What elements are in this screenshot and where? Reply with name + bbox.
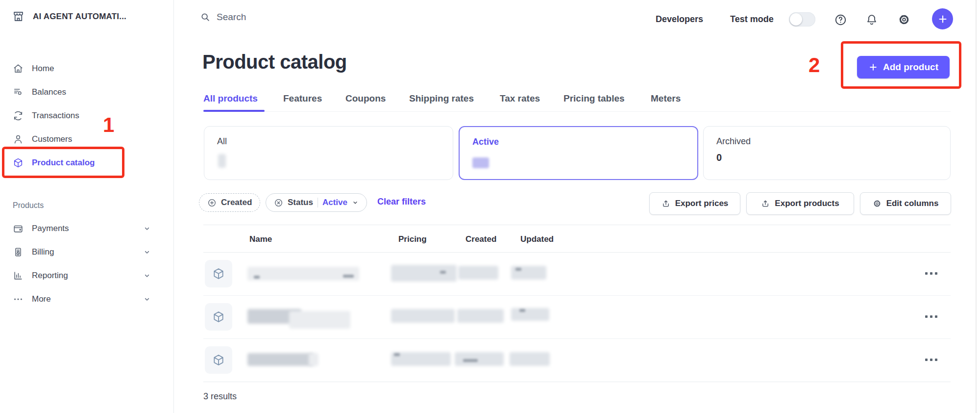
export-products-button[interactable]: Export products xyxy=(746,192,854,215)
annotation-number-1: 1 xyxy=(103,115,114,135)
table-row[interactable] xyxy=(196,295,951,338)
test-mode-label: Test mode xyxy=(730,14,774,25)
developers-link[interactable]: Developers xyxy=(656,14,703,25)
sidebar-item-transactions[interactable]: Transactions xyxy=(0,105,167,127)
filter-pill-status[interactable]: Status Active xyxy=(266,193,367,212)
filter-card-active[interactable]: Active xyxy=(459,126,698,180)
filter-card-all[interactable]: All xyxy=(204,126,453,180)
chevron-down-icon[interactable] xyxy=(143,272,151,280)
table-bottom-border xyxy=(203,382,951,382)
redacted-name xyxy=(309,353,318,366)
card-label: All xyxy=(217,136,227,147)
table-row[interactable] xyxy=(196,338,951,382)
redaction-artifact xyxy=(394,353,400,356)
redacted-value xyxy=(218,154,226,168)
button-label: Export products xyxy=(775,199,839,208)
sidebar-item-home[interactable]: Home xyxy=(0,58,167,79)
sidebar-item-label: Reporting xyxy=(32,271,68,281)
create-plus-avatar-button[interactable] xyxy=(932,8,953,29)
sidebar-item-label: Customers xyxy=(32,134,72,144)
pill-label: Created xyxy=(221,198,252,207)
settings-gear-button[interactable] xyxy=(897,12,911,27)
sidebar-item-label: Home xyxy=(32,64,54,74)
filter-pill-created[interactable]: Created xyxy=(199,193,260,212)
storefront-icon xyxy=(12,10,25,23)
product-thumbnail xyxy=(205,260,232,287)
tab-pricing-tables[interactable]: Pricing tables xyxy=(564,93,625,104)
card-label: Active xyxy=(472,137,499,147)
table-row[interactable] xyxy=(196,252,951,295)
payments-icon xyxy=(13,223,24,234)
add-product-button[interactable]: Add product xyxy=(857,56,950,78)
gear-icon xyxy=(873,199,882,208)
sidebar-item-customers[interactable]: Customers xyxy=(0,129,167,150)
home-icon xyxy=(13,63,24,74)
card-label: Archived xyxy=(716,136,751,147)
scrollbar-track[interactable] xyxy=(976,0,977,413)
column-header-created[interactable]: Created xyxy=(466,234,496,244)
redacted-name xyxy=(289,311,350,329)
pill-label: Status xyxy=(288,198,313,207)
redacted-pricing xyxy=(391,352,451,366)
tab-coupons[interactable]: Coupons xyxy=(345,93,386,104)
sidebar-item-label: Payments xyxy=(32,224,69,233)
business-name: AI AGENT AUTOMATI... xyxy=(33,12,126,22)
edit-columns-button[interactable]: Edit columns xyxy=(860,192,951,215)
plus-icon xyxy=(868,62,878,72)
column-header-updated[interactable]: Updated xyxy=(520,234,554,244)
help-button[interactable] xyxy=(833,12,848,27)
redaction-artifact xyxy=(515,268,521,271)
sidebar-item-label: Billing xyxy=(32,247,54,257)
search-placeholder: Search xyxy=(217,12,246,23)
status-value: Active xyxy=(322,198,347,207)
redacted-value xyxy=(472,157,489,168)
sidebar-item-reporting[interactable]: Reporting xyxy=(0,265,167,286)
export-icon xyxy=(662,199,670,208)
page-title: Product catalog xyxy=(202,51,347,73)
tab-shipping-rates[interactable]: Shipping rates xyxy=(409,93,474,104)
button-label: Export prices xyxy=(675,199,729,208)
tab-tax-rates[interactable]: Tax rates xyxy=(500,93,540,104)
product-thumbnail xyxy=(205,303,232,331)
column-header-pricing[interactable]: Pricing xyxy=(398,234,427,244)
filter-card-archived[interactable]: Archived 0 xyxy=(703,126,951,180)
account-switcher[interactable]: AI AGENT AUTOMATI... xyxy=(12,10,126,23)
sidebar-item-payments[interactable]: Payments xyxy=(0,218,167,239)
redaction-artifact xyxy=(519,309,525,312)
card-value: 0 xyxy=(716,152,722,163)
sidebar-item-product-catalog[interactable]: Product catalog xyxy=(0,152,167,174)
redacted-created xyxy=(458,266,498,280)
tab-features[interactable]: Features xyxy=(283,93,322,104)
sidebar-item-balances[interactable]: Balances xyxy=(0,81,167,103)
sidebar-item-billing[interactable]: Billing xyxy=(0,241,167,263)
product-thumbnail xyxy=(205,346,232,374)
row-overflow-menu[interactable] xyxy=(925,272,937,275)
row-overflow-menu[interactable] xyxy=(925,359,937,361)
column-header-name[interactable]: Name xyxy=(249,234,272,244)
clear-filters-link[interactable]: Clear filters xyxy=(377,197,426,207)
sidebar-divider xyxy=(173,0,174,413)
sidebar-item-more[interactable]: More xyxy=(0,288,167,310)
redaction-artifact xyxy=(463,359,478,362)
redacted-updated xyxy=(510,352,550,366)
add-product-label: Add product xyxy=(883,62,938,73)
redacted-pricing xyxy=(391,265,457,282)
chevron-down-icon[interactable] xyxy=(143,248,151,256)
chevron-down-icon[interactable] xyxy=(143,295,151,303)
notifications-bell-button[interactable] xyxy=(864,12,879,27)
redacted-created xyxy=(455,352,504,366)
export-prices-button[interactable]: Export prices xyxy=(649,192,740,215)
x-circle-icon[interactable] xyxy=(274,198,283,207)
tab-all-products[interactable]: All products xyxy=(203,93,258,104)
tab-meters[interactable]: Meters xyxy=(651,93,681,104)
row-overflow-menu[interactable] xyxy=(925,315,937,318)
active-tab-underline xyxy=(203,110,265,112)
global-search[interactable]: Search xyxy=(200,12,246,23)
chevron-down-icon[interactable] xyxy=(143,225,151,232)
export-icon xyxy=(761,199,770,208)
sidebar-section-products: Products xyxy=(13,201,44,210)
reporting-icon xyxy=(13,270,24,281)
balances-icon xyxy=(13,87,24,98)
sidebar-item-label: Balances xyxy=(32,87,66,97)
test-mode-toggle[interactable] xyxy=(789,12,815,26)
